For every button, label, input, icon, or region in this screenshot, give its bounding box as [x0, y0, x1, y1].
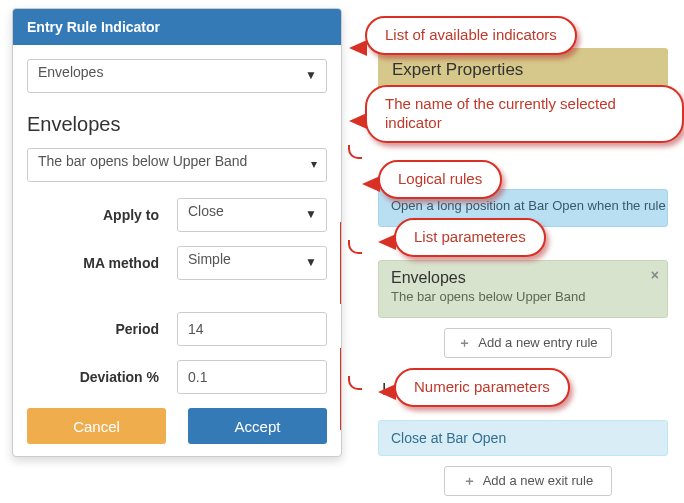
chevron-down-icon: ▼	[305, 207, 317, 221]
add-entry-label: Add a new entry rule	[478, 335, 597, 350]
chevron-down-icon: ▾	[311, 157, 317, 171]
dialog-title: Entry Rule Indicator	[13, 9, 341, 45]
indicator-select-wrap[interactable]: Envelopes ▼	[27, 59, 327, 93]
plus-icon: ＋	[458, 335, 471, 350]
add-exit-rule-button[interactable]: ＋ Add a new exit rule	[444, 466, 612, 496]
period-input[interactable]	[177, 312, 327, 346]
apply-to-control[interactable]: Close ▼	[177, 198, 327, 232]
annotation-list-parameters: List parameteres	[394, 218, 546, 257]
annotation-available-indicators: List of available indicators	[365, 16, 577, 55]
expert-properties-title: Expert Properties	[392, 60, 523, 79]
close-icon[interactable]: ×	[651, 267, 659, 283]
deviation-input[interactable]	[177, 360, 327, 394]
apply-to-label: Apply to	[27, 207, 177, 223]
indicator-select[interactable]: Envelopes	[27, 59, 327, 93]
rule-select-wrap[interactable]: The bar opens below Upper Band ▾	[27, 148, 327, 182]
add-exit-label: Add a new exit rule	[483, 473, 594, 488]
rule-select[interactable]: The bar opens below Upper Band	[27, 148, 327, 182]
rule-card-title: Envelopes	[391, 269, 655, 287]
ma-method-control[interactable]: Simple ▼	[177, 246, 327, 280]
accept-button[interactable]: Accept	[188, 408, 327, 444]
annotation-numeric-parameters: Numeric parameters	[394, 368, 570, 407]
entry-rule-indicator-dialog: Entry Rule Indicator Envelopes ▼ Envelop…	[12, 8, 342, 457]
add-entry-rule-button[interactable]: ＋ Add a new entry rule	[444, 328, 612, 358]
numeric-params-bracket	[340, 348, 342, 430]
close-bar-text: Close at Bar Open	[391, 430, 506, 446]
deviation-label: Deviation %	[27, 369, 177, 385]
list-params-bracket	[340, 222, 342, 304]
annotation-connector	[348, 376, 362, 390]
rule-card-subtitle: The bar opens below Upper Band	[391, 289, 655, 304]
annotation-connector	[348, 240, 362, 254]
open-long-text: Open a long position at Bar Open when th…	[391, 198, 666, 213]
period-label: Period	[27, 321, 177, 337]
indicator-section-title: Envelopes	[27, 113, 327, 136]
annotation-connector	[348, 145, 362, 159]
plus-icon: ＋	[463, 473, 476, 488]
chevron-down-icon: ▼	[305, 255, 317, 269]
ma-method-label: MA method	[27, 255, 177, 271]
annotation-logical-rules: Logical rules	[378, 160, 502, 199]
envelopes-rule-card[interactable]: Envelopes The bar opens below Upper Band…	[378, 260, 668, 318]
close-bar-info[interactable]: Close at Bar Open	[378, 420, 668, 456]
annotation-selected-indicator-name: The name of the currently selected indic…	[365, 85, 684, 143]
cancel-button[interactable]: Cancel	[27, 408, 166, 444]
